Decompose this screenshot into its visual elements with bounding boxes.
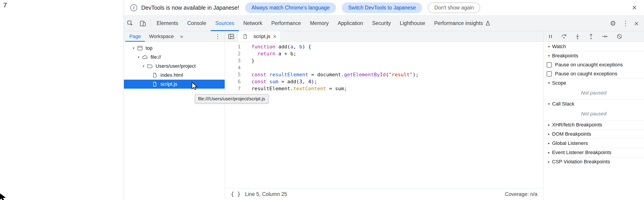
deactivate-breakpoints-icon[interactable] <box>616 33 623 40</box>
file-icon <box>242 33 248 40</box>
device-toolbar-icon[interactable] <box>136 15 149 31</box>
editor-pane: script.js × 1234567 function add(a, b) {… <box>225 31 543 200</box>
disclosure-triangle-icon[interactable]: ▾ <box>140 64 146 68</box>
section-label: Global Listeners <box>552 140 588 146</box>
tab-lighthouse[interactable]: Lighthouse <box>395 15 430 31</box>
disclosure-triangle-icon: ▾ <box>546 81 552 85</box>
always-match-language-button[interactable]: Always match Chrome's language <box>245 2 336 13</box>
toolbar-right-group: ⚙ ⋮ × <box>606 15 644 31</box>
step-out-icon[interactable] <box>588 33 594 40</box>
tab-performance[interactable]: Performance <box>267 15 306 31</box>
step-icon[interactable] <box>601 33 608 40</box>
cloud-icon <box>142 54 148 60</box>
tab-sources[interactable]: Sources <box>211 15 239 31</box>
code-line-5[interactable]: const resultElement = document.getElemen… <box>252 71 543 78</box>
code-line-7[interactable]: resultElement.textContent = sum; <box>252 85 543 92</box>
checkbox-unchecked[interactable] <box>547 62 552 67</box>
section-header-watch[interactable]: ▾Watch <box>544 42 644 51</box>
line-number[interactable]: 2 <box>225 50 241 57</box>
section-header-csp-violation-breakpoints[interactable]: ▸CSP Violation Breakpoints <box>544 157 644 166</box>
code-line-3[interactable]: } <box>252 57 543 64</box>
tab-memory[interactable]: Memory <box>306 15 333 31</box>
section-header-event-listener-breakpoints[interactable]: ▸Event Listener Breakpoints <box>544 148 644 157</box>
debugger-sections: ▾Watch▾BreakpointsPause on uncaught exce… <box>544 42 644 200</box>
language-infobar: i DevTools is now available in Japanese!… <box>124 0 644 15</box>
tree-item-top[interactable]: ▾top <box>124 44 225 53</box>
disclosure-triangle-icon: ▾ <box>546 54 552 58</box>
tab-performance-insights[interactable]: Performance insights <box>430 15 495 31</box>
switch-devtools-japanese-button[interactable]: Switch DevTools to Japanese <box>342 2 422 13</box>
section-header-call-stack[interactable]: ▾Call Stack <box>544 99 644 108</box>
code-line-1[interactable]: function add(a, b) { <box>252 43 543 50</box>
navigator-tabs: PageWorkspace»⋮ <box>124 31 225 42</box>
checkbox-unchecked[interactable] <box>547 71 552 76</box>
dont-show-again-button[interactable]: Don't show again <box>428 2 480 13</box>
debugger-toolbar <box>544 31 644 42</box>
main-tabs: ElementsConsoleSourcesNetworkPerformance… <box>152 15 495 31</box>
option-pause-on-caught-exceptions[interactable]: Pause on caught exceptions <box>544 69 644 78</box>
line-number[interactable]: 6 <box>225 78 241 85</box>
devtools-window: i DevTools is now available in Japanese!… <box>124 0 644 200</box>
step-into-icon[interactable] <box>574 33 581 40</box>
section-header-xhr-fetch-breakpoints[interactable]: ▸XHR/fetch Breakpoints <box>544 120 644 129</box>
tree-item-script-js[interactable]: script.js <box>124 80 225 89</box>
step-over-icon[interactable] <box>561 33 568 40</box>
editor-tab-label: script.js <box>254 33 270 39</box>
line-number[interactable]: 3 <box>225 57 241 64</box>
more-tabs-icon[interactable]: » <box>178 33 185 40</box>
tree-item-index-html[interactable]: index.html <box>124 71 225 80</box>
section-label: Watch <box>552 44 566 49</box>
toggle-navigator-icon[interactable] <box>225 31 238 42</box>
navigator-menu-kebab-icon[interactable]: ⋮ <box>211 33 225 40</box>
tab-network[interactable]: Network <box>239 15 267 31</box>
tree-item-users-user-project[interactable]: ▾Users/user/project <box>124 62 225 71</box>
info-icon: i <box>130 4 137 11</box>
code-line-6[interactable]: const sum = add(3, 4); <box>252 78 543 85</box>
navigator-tab-workspace[interactable]: Workspace <box>145 31 178 42</box>
tab-close-icon[interactable]: × <box>273 33 276 39</box>
infobar-close-icon[interactable]: × <box>631 3 638 12</box>
tab-elements[interactable]: Elements <box>152 15 183 31</box>
disclosure-triangle-icon: ▸ <box>546 141 552 145</box>
tab-console[interactable]: Console <box>183 15 211 31</box>
pause-script-icon[interactable] <box>547 33 554 40</box>
inspect-element-icon[interactable] <box>124 15 136 31</box>
code-line-2[interactable]: return a + b; <box>252 50 543 57</box>
editor-tab-script-js[interactable]: script.js × <box>238 31 281 42</box>
devtools-close-icon[interactable]: × <box>632 19 644 27</box>
cursor-position-status: Line 5, Column 25 <box>245 191 287 197</box>
tab-security[interactable]: Security <box>368 15 395 31</box>
tab-application[interactable]: Application <box>333 15 368 31</box>
line-number[interactable]: 4 <box>225 64 241 71</box>
disclosure-triangle-icon: ▸ <box>546 123 552 127</box>
editor-tab-strip: script.js × <box>225 31 543 42</box>
disclosure-triangle-icon[interactable]: ▾ <box>136 55 142 59</box>
section-header-dom-breakpoints[interactable]: ▸DOM Breakpoints <box>544 129 644 139</box>
tree-item-label: script.js <box>160 81 177 87</box>
line-number[interactable]: 1 <box>225 43 241 50</box>
line-number[interactable]: 7 <box>225 85 241 92</box>
tab-label: Lighthouse <box>400 20 425 26</box>
section-header-breakpoints[interactable]: ▾Breakpoints <box>544 51 644 60</box>
line-number-gutter: 1234567 <box>225 43 246 188</box>
settings-gear-icon[interactable]: ⚙ <box>606 15 619 31</box>
navigator-tab-page[interactable]: Page <box>125 31 145 42</box>
pretty-print-icon[interactable]: { } <box>231 191 240 197</box>
coverage-status: Coverage: n/a <box>505 191 538 197</box>
not-paused-status: Not paused <box>544 87 644 99</box>
navigator-pane: PageWorkspace»⋮ ▾top▾file://▾Users/user/… <box>124 31 225 200</box>
page-result-text: 7 <box>3 1 7 9</box>
option-pause-on-uncaught-exceptions[interactable]: Pause on uncaught exceptions <box>544 60 644 69</box>
line-number[interactable]: 5 <box>225 71 241 78</box>
folder-icon <box>146 63 153 69</box>
disclosure-triangle-icon[interactable]: ▾ <box>131 46 136 50</box>
section-header-global-listeners[interactable]: ▸Global Listeners <box>544 139 644 148</box>
browser-page-content: 7 <box>0 0 124 200</box>
tree-item-file[interactable]: ▾file:// <box>124 53 225 62</box>
file-tree: ▾top▾file://▾Users/user/projectindex.htm… <box>124 42 225 200</box>
more-options-kebab-icon[interactable]: ⋮ <box>619 15 632 31</box>
file-path-tooltip: file:///Users/user/project/script.js <box>195 94 268 103</box>
code-line-4[interactable] <box>252 64 543 71</box>
section-header-scope[interactable]: ▾Scope <box>544 78 644 87</box>
tab-label: Application <box>338 20 363 26</box>
